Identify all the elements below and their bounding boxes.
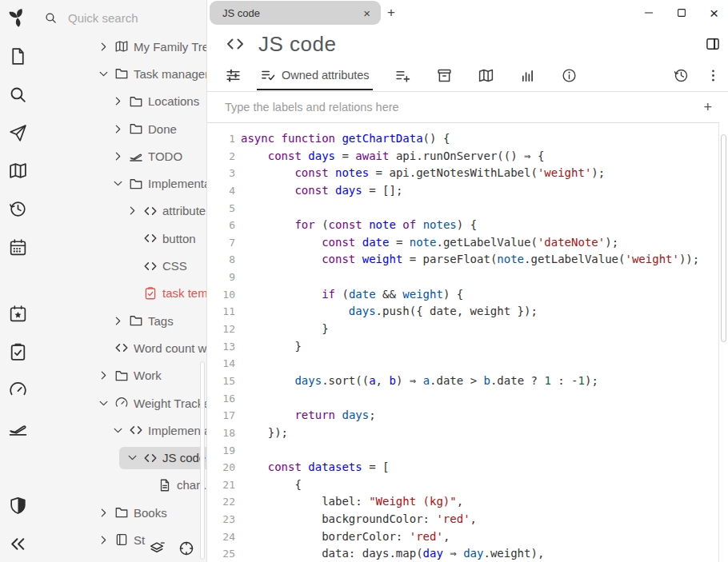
- bookmark-day-icon[interactable]: [8, 304, 28, 324]
- tree-item-button[interactable]: button: [36, 225, 206, 252]
- tree-item-locations[interactable]: Locations: [36, 88, 206, 115]
- new-tab-button[interactable]: +: [387, 5, 395, 21]
- code-line[interactable]: 9: [207, 269, 719, 286]
- line-number: 22: [207, 493, 241, 511]
- maximize-button[interactable]: [675, 7, 687, 19]
- todo-plane-icon[interactable]: [8, 418, 28, 438]
- code-line[interactable]: 19: [207, 442, 719, 460]
- code-line[interactable]: 11 days.push({ date, weight });: [207, 303, 719, 321]
- code-line[interactable]: 16: [207, 390, 719, 408]
- tree-item-weight-tracker[interactable]: Weight Tracker: [36, 389, 206, 417]
- code-line[interactable]: 7 const date = note.getLabelValue('dateN…: [207, 234, 719, 252]
- kebab-menu-icon[interactable]: [702, 65, 724, 87]
- new-note-icon[interactable]: [8, 46, 28, 66]
- code-line[interactable]: 2 const days = await api.runOnServer(() …: [207, 148, 719, 165]
- code-line[interactable]: 21 {: [207, 476, 719, 494]
- tree-item-js-code[interactable]: JS code: [36, 444, 206, 471]
- tree-item-chart-js[interactable]: chart.js *: [36, 472, 206, 499]
- code-line[interactable]: 18 });: [207, 424, 719, 442]
- layers-icon[interactable]: [148, 540, 166, 557]
- quick-search[interactable]: Quick search: [36, 6, 206, 29]
- note-map-icon[interactable]: [475, 65, 498, 87]
- note-paths-icon[interactable]: [434, 65, 456, 87]
- code-editor[interactable]: 1async function getChartData() {2 const …: [207, 123, 719, 562]
- protected-session-icon[interactable]: [8, 496, 28, 516]
- chevron-right-icon[interactable]: [113, 315, 129, 326]
- code-line[interactable]: 23 backgroundColor: 'red',: [207, 511, 719, 528]
- tree-item-implementation[interactable]: Implementatio: [36, 169, 206, 197]
- chevron-right-icon[interactable]: [98, 534, 114, 545]
- dashboard-icon[interactable]: [8, 380, 28, 400]
- recent-notes-icon[interactable]: [8, 161, 28, 181]
- chevron-right-icon[interactable]: [113, 96, 129, 107]
- tab-js-code[interactable]: JS code ×: [210, 1, 381, 25]
- code-line[interactable]: 3 const notes = api.getNotesWithLabel('w…: [207, 165, 719, 182]
- code-icon: [226, 34, 245, 54]
- trilium-logo-icon[interactable]: [6, 6, 29, 29]
- similar-notes-icon[interactable]: [517, 65, 539, 87]
- tree-item-work[interactable]: Work: [36, 362, 206, 389]
- jump-to-note-icon[interactable]: [8, 123, 28, 143]
- chevron-down-icon[interactable]: [113, 424, 129, 436]
- split-view-icon[interactable]: [705, 36, 721, 52]
- line-number: 2: [207, 148, 241, 165]
- code-line[interactable]: 25 data: days.map(day ⇒ day.weight),: [207, 545, 719, 562]
- target-icon[interactable]: [178, 540, 195, 557]
- code-line[interactable]: 1async function getChartData() {: [207, 130, 719, 148]
- attributes-input[interactable]: Type the labels and relations here: [225, 101, 703, 114]
- tab-close-icon[interactable]: ×: [361, 6, 373, 20]
- chevron-right-icon[interactable]: [98, 370, 114, 381]
- tree-item-my-family-tree[interactable]: My Family Tree: [36, 33, 206, 60]
- inherited-attributes-icon[interactable]: [392, 65, 414, 87]
- chevron-down-icon[interactable]: [98, 397, 114, 409]
- chevron-down-icon[interactable]: [98, 68, 114, 79]
- code-line[interactable]: 22 label: "Weight (kg)",: [207, 493, 719, 511]
- editor-scrollbar-thumb[interactable]: [721, 134, 726, 342]
- tree-item-done[interactable]: Done: [36, 115, 206, 142]
- chevron-right-icon[interactable]: [98, 41, 114, 52]
- task-manager-icon[interactable]: [8, 342, 28, 362]
- search-icon[interactable]: [8, 85, 28, 105]
- code-line[interactable]: 5: [207, 200, 719, 217]
- tree-scrollbar[interactable]: [200, 361, 205, 560]
- code-line[interactable]: 10 if (date && weight) {: [207, 286, 719, 304]
- chevron-down-icon[interactable]: [113, 178, 129, 189]
- tree-item-books[interactable]: Books: [36, 499, 206, 526]
- basic-properties-icon[interactable]: [222, 65, 244, 87]
- chevron-right-icon[interactable]: [113, 150, 129, 161]
- tree-item-task-manager[interactable]: Task manager: [36, 60, 206, 87]
- code-icon: [143, 451, 162, 465]
- add-attribute-button[interactable]: +: [703, 99, 712, 116]
- collapse-tree-icon[interactable]: [8, 534, 28, 554]
- code-line[interactable]: 6 for (const note of notes) {: [207, 217, 719, 234]
- code-line[interactable]: 20 const datasets = [: [207, 459, 719, 476]
- code-line[interactable]: 24 borderColor: 'red',: [207, 528, 719, 546]
- tab-owned-attributes[interactable]: Owned attributes: [257, 61, 373, 90]
- tree-item-task-template[interactable]: task templat: [36, 280, 206, 307]
- chevron-right-icon[interactable]: [98, 507, 114, 518]
- code-line[interactable]: 15 days.sort((a, b) ⇒ a.date > b.date ? …: [207, 373, 719, 390]
- note-title[interactable]: JS code: [258, 32, 336, 57]
- close-button[interactable]: ×: [708, 7, 720, 19]
- code-line[interactable]: 14: [207, 355, 719, 373]
- code-line[interactable]: 17 return days;: [207, 407, 719, 424]
- revisions-history-icon[interactable]: [670, 65, 692, 87]
- code-line[interactable]: 4 const days = [];: [207, 182, 719, 200]
- tree-item-tags[interactable]: Tags: [36, 307, 206, 334]
- note-info-icon[interactable]: [558, 65, 581, 87]
- code-line[interactable]: 13 }: [207, 338, 719, 356]
- code-line[interactable]: 12 }: [207, 321, 719, 338]
- tree-item-attribute-cha[interactable]: attribute cha: [36, 197, 206, 225]
- minimize-button[interactable]: [642, 7, 654, 19]
- note-history-icon[interactable]: [8, 199, 28, 219]
- chevron-down-icon[interactable]: [127, 452, 143, 464]
- code-line[interactable]: 8 const weight = parseFloat(note.getLabe…: [207, 251, 719, 269]
- line-number: 12: [207, 321, 241, 338]
- chevron-right-icon[interactable]: [113, 123, 129, 134]
- tree-item-css[interactable]: CSS: [36, 252, 206, 279]
- calendar-icon[interactable]: [8, 237, 28, 257]
- tree-item-word-count-widget[interactable]: Word count widge: [36, 334, 206, 361]
- tree-item-implementation-2[interactable]: Implementatio: [36, 417, 206, 444]
- tree-item-todo[interactable]: TODO: [36, 142, 206, 169]
- chevron-right-icon[interactable]: [127, 205, 143, 217]
